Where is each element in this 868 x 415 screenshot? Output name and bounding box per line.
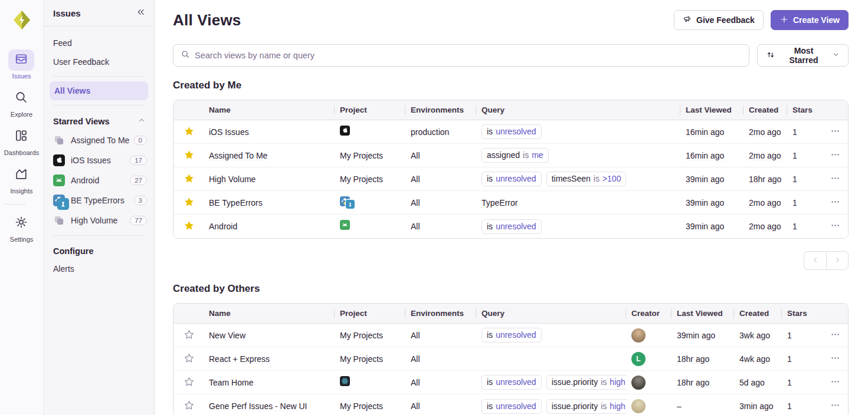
name-cell: High Volume [204,174,335,184]
environments-cell: All [406,331,477,340]
column-header: Last Viewed [672,309,735,318]
last-viewed-value: – [677,401,682,411]
sidebar-item-feed[interactable]: Feed [44,34,154,52]
unstar-button[interactable] [180,170,198,188]
row-menu-button[interactable] [827,350,843,368]
view-name-link[interactable]: Team Home [209,378,253,387]
rail-icon-box [8,50,34,71]
created-cell: 2mo ago [744,222,788,231]
starred-view-item[interactable]: High Volume77 [44,210,154,230]
environments-cell: All [406,174,477,184]
last-viewed-cell: 18hr ago [672,354,735,364]
last-viewed-value: 16min ago [686,127,724,137]
starred-view-label: High Volume [71,216,130,225]
rail-icon-box [8,213,34,234]
environments-cell: All [406,378,477,387]
environments-cell: All [406,198,477,208]
query-token: is [487,401,493,412]
stars-cell: 1 [788,174,823,184]
row-menu-button[interactable] [827,194,843,212]
row-menu-button[interactable] [827,170,843,188]
rail-icon-box [8,164,34,186]
megaphone-icon [683,15,692,26]
row-menu-button[interactable] [827,327,843,344]
star-button[interactable] [180,397,198,415]
stars-cell: 1 [788,198,823,208]
query-token: is [601,401,607,412]
sort-dropdown-button[interactable]: Most Starred [757,44,849,67]
query-token: is [601,377,607,388]
chevron-left-icon [811,256,820,266]
creator-cell [627,399,672,413]
view-name-link[interactable]: Assigned To Me [209,151,267,160]
star-button[interactable] [180,374,198,391]
android-icon [53,174,66,186]
view-name-link[interactable]: New View [209,331,245,340]
rail-item-dashboards[interactable]: Dashboards [4,126,39,156]
row-menu-button[interactable] [827,123,843,141]
column-header: Query [477,106,681,114]
starred-view-item[interactable]: BE TypeErrors3 [44,190,154,210]
creator-avatar [631,376,646,390]
query-token: is [523,150,529,161]
row-menu-button[interactable] [827,374,843,391]
last-viewed-cell: 39min ago [681,222,744,231]
give-feedback-button[interactable]: Give Feedback [674,10,764,30]
row-menu-button[interactable] [827,397,843,415]
row-menu-button[interactable] [827,218,843,235]
left-rail: IssuesExploreDashboardsInsightsSettings [0,0,44,415]
create-view-label: Create View [793,15,840,25]
menu-cell [823,374,848,391]
star-button[interactable] [180,350,198,368]
unstar-button[interactable] [180,147,198,164]
starred-view-label: iOS Issues [71,156,130,165]
created-cell: 4wk ago [735,354,782,364]
star-filled-icon [184,196,195,209]
ellipsis-icon [830,173,840,185]
starred-view-item[interactable]: Android27 [44,170,154,190]
view-name-link[interactable]: Gene Perf Issues - New UI [209,401,307,411]
sidebar-item-all-views[interactable]: All Views [50,81,148,100]
query-chip: isunresolved [482,124,542,139]
view-name-link[interactable]: React + Express [209,354,270,364]
unstar-button[interactable] [180,123,198,141]
divider [4,204,25,205]
flask-icon [346,200,355,209]
rail-item-issues[interactable]: Issues [4,50,39,80]
unstar-button[interactable] [180,194,198,212]
sidebar-item-alerts[interactable]: Alerts [44,259,154,278]
rail-item-settings[interactable]: Settings [4,213,39,243]
last-viewed-cell: 39min ago [681,174,744,184]
rail-item-insights[interactable]: Insights [4,164,39,195]
rail-item-explore[interactable]: Explore [4,88,39,118]
table-header-row: NameProjectEnvironmentsQueryLast ViewedC… [173,100,848,120]
view-name-link[interactable]: BE TypeErrors [209,198,263,208]
sidebar-item-user-feedback[interactable]: User Feedback [44,52,154,71]
name-cell: New View [204,331,335,340]
sidebar-collapse-button[interactable] [136,7,146,19]
issues-sidebar: Issues FeedUser Feedback All Views Starr… [44,0,155,415]
view-name-link[interactable]: High Volume [209,174,256,184]
star-button[interactable] [180,327,198,344]
previous-page-button[interactable] [804,251,826,270]
creator-avatar: L [631,352,646,366]
create-view-button[interactable]: Create View [771,10,849,30]
query-cell: TypeError [477,198,681,208]
ellipsis-icon [830,197,840,209]
unstar-button[interactable] [180,218,198,235]
query-chip: isunresolved [482,328,542,342]
query-token: >100 [602,173,621,185]
org-logo[interactable] [9,7,35,33]
starred-view-item[interactable]: Assigned To Me0 [44,130,154,150]
search-views-input[interactable] [195,51,742,60]
name-cell: Team Home [204,378,335,387]
rail-icon-box [8,88,34,109]
next-page-button[interactable] [826,251,849,270]
starred-views-section-header[interactable]: Starred Views [44,110,154,130]
starred-view-item[interactable]: iOS Issues17 [44,150,154,170]
star-outline-icon [184,400,195,413]
row-menu-button[interactable] [827,147,843,164]
view-name-link[interactable]: Android [209,222,237,231]
rail-item-label: Issues [12,73,31,80]
view-name-link[interactable]: iOS Issues [209,127,249,137]
